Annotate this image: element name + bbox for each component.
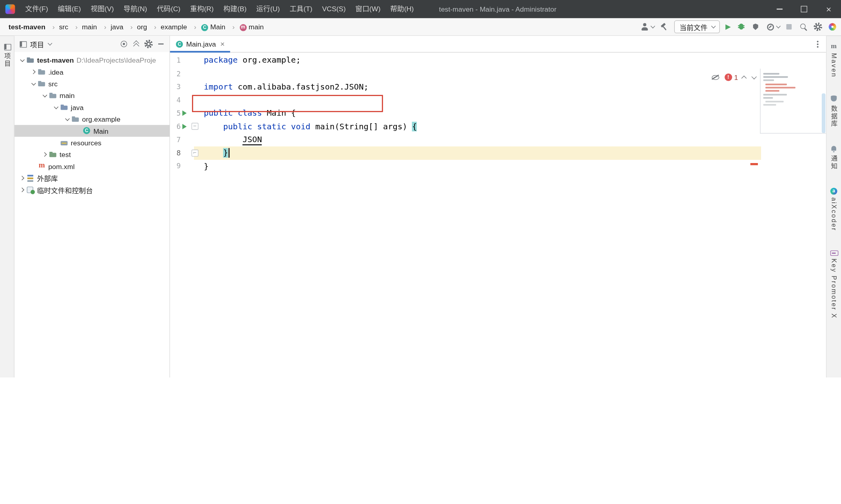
- tree-chevron-icon[interactable]: [18, 176, 26, 180]
- tool-stripe-tab[interactable]: 通知: [828, 142, 839, 173]
- line-number: 4: [170, 96, 181, 104]
- tree-chevron-icon[interactable]: [40, 94, 49, 97]
- tree-row[interactable]: .idea: [14, 66, 169, 78]
- profiler-button[interactable]: [765, 22, 779, 31]
- highlight-level-icon[interactable]: [711, 73, 720, 82]
- hide-panel-button[interactable]: [157, 40, 165, 48]
- breadcrumb-item[interactable]: Main: [201, 23, 239, 31]
- chevron-down-icon[interactable]: [48, 41, 52, 45]
- tree-row[interactable]: 临时文件和控制台: [14, 184, 169, 196]
- code-text: package org.example;: [201, 55, 301, 65]
- tree-node-icon: [26, 186, 35, 194]
- editor-tabbar: Main.java ×: [170, 36, 826, 52]
- search-everywhere-button[interactable]: [799, 22, 808, 31]
- tree-row[interactable]: resources: [14, 137, 169, 149]
- tree-row[interactable]: main: [14, 90, 169, 101]
- tree-row[interactable]: pom.xml: [14, 160, 169, 172]
- collapse-all-button[interactable]: [132, 40, 141, 48]
- menu-item[interactable]: 运行(U): [251, 0, 285, 18]
- coverage-button[interactable]: [751, 22, 759, 31]
- breadcrumb-item[interactable]: java: [110, 23, 137, 31]
- inspection-widget: 1: [711, 73, 755, 82]
- error-stripe-mark[interactable]: [750, 163, 758, 165]
- breadcrumb-item[interactable]: example: [161, 23, 200, 31]
- tool-stripe-tab[interactable]: 项目: [1, 40, 12, 70]
- menu-item[interactable]: 构建(B): [218, 0, 251, 18]
- tree-chevron-icon[interactable]: [18, 188, 26, 192]
- tree-row[interactable]: src: [14, 78, 169, 90]
- menu-bar: 文件(F) 编辑(E) 视图(V) 导航(N) 代码(C) 重构(R) 构建(B…: [20, 0, 419, 18]
- code-area[interactable]: 1package org.example;23import com.alibab…: [170, 53, 826, 377]
- menu-item[interactable]: VCS(S): [317, 0, 351, 18]
- tool-stripe-tab[interactable]: 数据库: [828, 92, 839, 131]
- menu-item[interactable]: 代码(C): [152, 0, 185, 18]
- code-line[interactable]: 3import com.alibaba.fastjson2.JSON;: [170, 80, 826, 93]
- menu-item[interactable]: 视图(V): [86, 0, 119, 18]
- editor-tab-options-icon[interactable]: [813, 40, 822, 48]
- code-line[interactable]: 6 public static void main(String[] args)…: [170, 120, 826, 133]
- tab-close-icon[interactable]: ×: [220, 40, 225, 48]
- code-line[interactable]: 7 JSON: [170, 133, 826, 146]
- minimap-scrollbar-thumb[interactable]: [822, 93, 825, 133]
- tree-chevron-icon[interactable]: [29, 70, 37, 73]
- tree-node-label: Main: [93, 127, 108, 135]
- stop-button[interactable]: [785, 22, 793, 31]
- tree-row[interactable]: java: [14, 101, 169, 113]
- tree-row[interactable]: 外部库: [14, 172, 169, 184]
- tree-row[interactable]: Main: [14, 125, 169, 137]
- tree-node-icon: [60, 103, 69, 111]
- tool-stripe-label: Key Promoter X: [830, 259, 838, 319]
- breadcrumb-item[interactable]: test-maven: [8, 23, 59, 31]
- debug-button[interactable]: [737, 22, 745, 31]
- select-opened-file-button[interactable]: [120, 40, 128, 48]
- menu-item[interactable]: 文件(F): [20, 0, 53, 18]
- run-gutter-icon[interactable]: [181, 110, 188, 116]
- fold-icon[interactable]: [188, 123, 201, 130]
- tree-chevron-icon[interactable]: [40, 153, 49, 156]
- tree-chevron-icon[interactable]: [51, 106, 60, 109]
- tool-stripe-tab[interactable]: Key Promoter X: [829, 246, 839, 322]
- menu-item[interactable]: 工具(T): [285, 0, 317, 18]
- tree-chevron-icon[interactable]: [63, 117, 71, 120]
- run-button[interactable]: ▶: [725, 22, 731, 31]
- settings-button[interactable]: [814, 22, 822, 31]
- minimize-button[interactable]: [767, 0, 792, 18]
- tree-node-label: pom.xml: [48, 162, 75, 170]
- breadcrumb-item[interactable]: main: [82, 23, 110, 31]
- code-line[interactable]: 8 }: [170, 146, 826, 159]
- tree-chevron-icon[interactable]: [29, 82, 37, 85]
- fold-icon[interactable]: [188, 149, 201, 156]
- build-project-button[interactable]: [660, 22, 668, 31]
- breadcrumb-item[interactable]: src: [59, 23, 82, 31]
- editor-tab[interactable]: Main.java ×: [170, 36, 230, 52]
- menu-item[interactable]: 编辑(E): [53, 0, 86, 18]
- menu-item[interactable]: 导航(N): [119, 0, 152, 18]
- code-line[interactable]: 4: [170, 93, 826, 106]
- breadcrumb-item-label: src: [59, 23, 68, 31]
- project-panel-title[interactable]: 项目: [30, 39, 44, 49]
- code-minimap[interactable]: [760, 69, 826, 134]
- close-button[interactable]: ×: [817, 0, 841, 18]
- run-configuration-select[interactable]: 当前文件: [674, 20, 720, 33]
- error-indicator[interactable]: 1: [725, 73, 738, 81]
- menu-item[interactable]: 窗口(W): [351, 0, 386, 18]
- plugin-rainbow-button[interactable]: [828, 22, 837, 31]
- code-line[interactable]: 5public class Main {: [170, 106, 826, 120]
- profile-button[interactable]: [641, 22, 654, 31]
- tree-row[interactable]: test: [14, 149, 169, 160]
- project-options-button[interactable]: [144, 40, 153, 48]
- tool-stripe-tab[interactable]: aiXcoder: [829, 184, 839, 234]
- code-line[interactable]: 9}: [170, 159, 826, 173]
- tree-row[interactable]: test-maven D:\IdeaProjects\IdeaProje: [14, 54, 169, 66]
- tree-chevron-icon[interactable]: [18, 59, 26, 62]
- tree-row[interactable]: org.example: [14, 113, 169, 125]
- menu-item[interactable]: 重构(R): [185, 0, 218, 18]
- maximize-button[interactable]: [792, 0, 816, 18]
- breadcrumb-item[interactable]: org: [137, 23, 161, 31]
- code-line[interactable]: 1package org.example;: [170, 54, 826, 67]
- menu-item[interactable]: 帮助(H): [385, 0, 418, 18]
- run-gutter-icon[interactable]: [181, 124, 188, 129]
- tool-stripe-tab[interactable]: Maven: [829, 40, 839, 80]
- prev-error-icon[interactable]: [741, 75, 747, 81]
- breadcrumb-item[interactable]: main: [239, 23, 264, 31]
